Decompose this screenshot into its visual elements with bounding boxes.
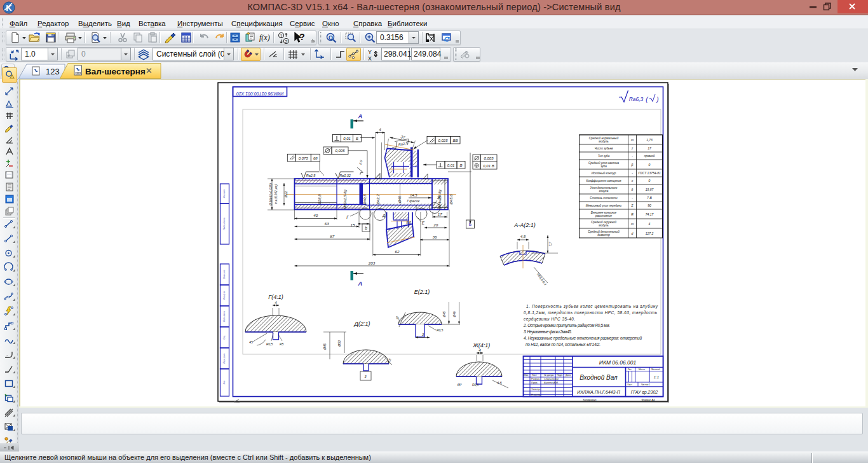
svg-text:0,005: 0,005: [484, 156, 494, 160]
svg-text:Средний нормальный: Средний нормальный: [589, 136, 619, 140]
svg-text:Спиридонов: Спиридонов: [544, 377, 559, 380]
svg-text:ИКМ.96 01Т00.001 Х20: ИКМ.96 01Т00.001 Х20: [236, 92, 284, 96]
svg-text:0,01: 0,01: [343, 137, 351, 141]
svg-text:модуль: модуль: [599, 140, 609, 143]
svg-text:Число зубьев: Число зубьев: [595, 147, 613, 150]
svg-text:7-В: 7-В: [647, 196, 652, 200]
svg-text:4: 4: [478, 348, 481, 352]
svg-text:Инв.подл: Инв.подл: [223, 189, 226, 198]
svg-text:1,73: 1,73: [646, 138, 653, 142]
svg-text:Н.контр.: Н.контр.: [531, 393, 541, 396]
svg-text:Ra0,32: Ra0,32: [339, 174, 351, 177]
svg-text:Пров.: Пров.: [531, 381, 538, 384]
svg-text:модуль: модуль: [599, 224, 609, 227]
svg-text:β: β: [631, 163, 634, 167]
svg-text:127,2: 127,2: [646, 232, 654, 235]
svg-text:3. Неуказанные фаски 2мм45.: 3. Неуказанные фаски 2мм45.: [524, 329, 572, 335]
svg-text:А: А: [358, 280, 363, 287]
svg-text:Лит.: Лит.: [628, 368, 632, 371]
svg-text:Д: Д: [382, 214, 386, 218]
svg-text:т.к.(0,002-,но): т.к.(0,002-,но): [275, 184, 278, 204]
svg-text:Ø45: Ø45: [398, 195, 402, 204]
svg-text:Ra6,3: Ra6,3: [629, 96, 644, 102]
svg-text:Ø40,5: Ø40,5: [363, 194, 367, 205]
svg-text:ГОСТ 13754-81: ГОСТ 13754-81: [638, 171, 661, 175]
svg-text:4: 4: [649, 222, 651, 226]
svg-text:Ø42,7: Ø42,7: [376, 194, 380, 205]
svg-text:δ: δ: [632, 188, 634, 191]
svg-text:x: x: [631, 179, 634, 183]
svg-text:45°: 45°: [457, 384, 461, 387]
svg-text:расстояние: расстояние: [595, 214, 612, 218]
svg-text:3: 3: [422, 332, 424, 336]
svg-text:Ø22: Ø22: [284, 191, 288, 198]
svg-text:45°: 45°: [249, 340, 254, 344]
svg-text:Ø53: Ø53: [337, 340, 341, 347]
svg-text:Инв.дубл: Инв.дубл: [223, 291, 226, 300]
svg-text:b4,5: b4,5: [410, 193, 418, 197]
svg-text:68: 68: [313, 156, 318, 160]
svg-text:R5: R5: [280, 343, 283, 346]
svg-text:R0,5: R0,5: [472, 384, 478, 387]
svg-text:4. Неуказанные предельные откл: 4. Неуказанные предельные отклонения раз…: [524, 336, 642, 341]
svg-text:Д(2:1): Д(2:1): [354, 321, 370, 327]
svg-text:): ): [656, 96, 658, 103]
svg-text:Ø45: Ø45: [323, 343, 327, 350]
svg-text:123: 123: [46, 67, 60, 76]
svg-text:№ докум.: № докум.: [544, 374, 554, 377]
svg-text:Масса: Масса: [639, 368, 645, 371]
svg-text:62: 62: [395, 249, 400, 254]
svg-text:диаметр: диаметр: [597, 233, 610, 237]
svg-text:0,005: 0,005: [335, 149, 345, 153]
svg-text:20: 20: [433, 223, 438, 227]
svg-text:Е: Е: [422, 221, 425, 225]
svg-text:Подп.и дата: Подп.и дата: [223, 218, 226, 230]
svg-text:203: 203: [368, 261, 376, 265]
svg-text:А-А(2:1): А-А(2:1): [513, 222, 536, 228]
svg-text:конуса: конуса: [599, 190, 609, 193]
svg-text:R0,5: R0,5: [266, 343, 273, 346]
svg-text:0,01: 0,01: [447, 163, 455, 167]
svg-text:Ø49: Ø49: [453, 311, 456, 317]
svg-text:Средний угол наклона: Средний угол наклона: [588, 161, 620, 165]
svg-text:Подп.: Подп.: [557, 374, 563, 377]
svg-text:Т.контр.: Т.контр.: [531, 387, 541, 390]
svg-text:87: 87: [330, 234, 334, 238]
svg-text:R: R: [631, 212, 634, 216]
svg-text:Тип зуба: Тип зуба: [598, 155, 610, 158]
svg-text:90: 90: [648, 204, 651, 207]
svg-text:0,075: 0,075: [299, 156, 309, 160]
svg-text:Ж: Ж: [437, 195, 442, 200]
svg-text:Средний делительный: Средний делительный: [588, 230, 620, 233]
svg-text:Спр.: Спр.: [223, 335, 226, 340]
svg-text:36: 36: [433, 235, 437, 239]
svg-text:Средний окружной: Средний окружной: [591, 220, 617, 224]
svg-text:Б: Б: [356, 137, 358, 141]
svg-text:1. Поверхность зубьев колес: 1. Поверхность зубьев колес цементироват…: [526, 304, 658, 309]
svg-text:Ø45,6: Ø45,6: [449, 194, 453, 205]
svg-text:Подп.дата: Подп.дата: [223, 311, 226, 322]
svg-text:X: X: [368, 55, 372, 61]
svg-text:ГГАУ гр.2302: ГГАУ гр.2302: [631, 390, 658, 395]
svg-text:7,7: 7,7: [548, 242, 552, 246]
svg-text:ИХЛЖА.ПН.Г.6443-П: ИХЛЖА.ПН.Г.6443-П: [577, 390, 621, 394]
svg-text:2: 2: [285, 39, 287, 45]
svg-text:Изм.: Изм.: [524, 374, 529, 377]
svg-text:Листов 1: Листов 1: [641, 384, 651, 386]
svg-text:15,87: 15,87: [646, 188, 654, 191]
svg-text:?: ?: [299, 32, 305, 42]
svg-text:5,6: 5,6: [406, 221, 412, 225]
svg-text:Межосевой угол передачи: Межосевой угол передачи: [586, 204, 622, 207]
svg-text:0: 0: [649, 179, 651, 183]
svg-text:m: m: [631, 138, 634, 142]
svg-text:Валяев А.М.: Валяев А.М.: [544, 381, 559, 384]
svg-text:Г(4:1): Г(4:1): [268, 294, 283, 300]
svg-text:0,01 В: 0,01 В: [483, 164, 494, 168]
svg-text:Лист: Лист: [627, 384, 632, 386]
svg-text:0,8-1,2мм, твердость поверхн: 0,8-1,2мм, твердость поверхности НРС, 58…: [524, 310, 657, 315]
svg-text:1:1: 1:1: [654, 375, 659, 379]
svg-text:В: В: [459, 163, 462, 167]
svg-text:7 фасок: 7 фасок: [407, 199, 420, 203]
svg-text:Инв: Инв: [223, 380, 226, 384]
svg-text:зуба: зуба: [600, 165, 607, 168]
